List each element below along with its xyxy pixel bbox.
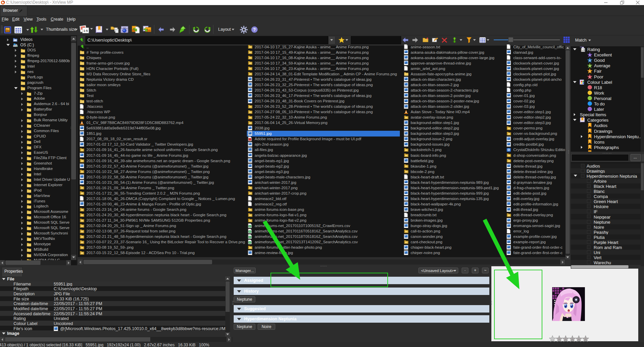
- svg-text:1-5: 1-5: [582, 49, 585, 51]
- svg-text:4: 4: [589, 59, 591, 62]
- svg-text:3: 3: [572, 338, 573, 341]
- svg-text:?: ?: [253, 27, 256, 32]
- svg-text:1: 1: [559, 338, 560, 341]
- svg-text:3: 3: [589, 65, 591, 67]
- svg-text:5: 5: [585, 338, 586, 341]
- svg-text:2: 2: [589, 70, 591, 73]
- svg-text:2: 2: [565, 338, 566, 341]
- svg-text:1-5: 1-5: [83, 29, 88, 32]
- svg-text:5: 5: [589, 54, 591, 56]
- svg-text:4: 4: [578, 338, 579, 341]
- svg-text:1: 1: [589, 76, 591, 78]
